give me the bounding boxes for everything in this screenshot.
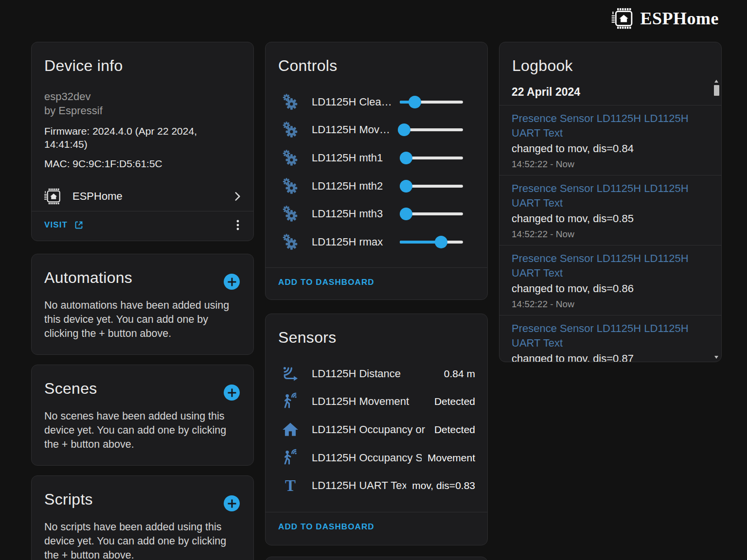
slider-thumb[interactable] xyxy=(398,123,410,136)
sensor-label: LD1125H Distance xyxy=(312,368,438,380)
sensors-card: Sensors LD1125H Distance 0.84 m xyxy=(265,314,488,545)
control-slider[interactable] xyxy=(400,151,463,165)
controls-card: Controls LD1125H Clea… xyxy=(265,42,488,300)
sensor-value: Movement xyxy=(427,452,475,464)
controls-rows: LD1125H Clea… LD1125H Mov… xyxy=(266,88,487,256)
logbook-entity-link[interactable]: Presence Sensor LD1125H LD1125H UART Tex… xyxy=(512,251,698,280)
logbook-entity-link[interactable]: Presence Sensor LD1125H LD1125H UART Tex… xyxy=(512,111,698,140)
add-to-dashboard-button[interactable]: ADD TO DASHBOARD xyxy=(278,522,475,532)
slider-thumb[interactable] xyxy=(400,208,412,220)
device-mac: MAC: 9C:9C:1F:D5:61:5C xyxy=(44,157,241,170)
scripts-empty-text: No scripts have been added using this de… xyxy=(44,520,241,560)
sensor-row[interactable]: T LD1125H UART Text mov, dis=0.83 xyxy=(266,472,487,500)
device-firmware: Firmware: 2024.4.0 (Apr 22 2024, 14:41:4… xyxy=(44,124,241,151)
sensor-label: LD1125H UART Text xyxy=(312,479,406,492)
controls-footer: ADD TO DASHBOARD xyxy=(266,268,487,294)
sensor-label: LD1125H Movement xyxy=(312,395,428,408)
control-row: LD1125H mth3 xyxy=(266,200,487,228)
sensor-row[interactable]: LD1125H Occupancy or … Detected xyxy=(266,416,487,444)
device-actions: VISIT xyxy=(32,211,253,239)
control-label: LD1125H Mov… xyxy=(312,123,400,136)
automations-title: Automations xyxy=(32,254,253,287)
chevron-right-icon xyxy=(231,190,244,203)
sensor-value: mov, dis=0.83 xyxy=(412,480,475,491)
cogs-icon xyxy=(280,149,301,167)
add-script-button[interactable] xyxy=(224,495,240,511)
logbook-message: changed to mov, dis=0.84 xyxy=(512,141,698,156)
control-slider[interactable] xyxy=(400,123,463,137)
cogs-icon xyxy=(280,205,301,223)
control-label: LD1125H mth3 xyxy=(312,208,400,220)
control-row: LD1125H Mov… xyxy=(266,116,487,144)
logbook-entity-link[interactable]: Presence Sensor LD1125H LD1125H UART Tex… xyxy=(512,321,698,350)
device-manufacturer: by Espressif xyxy=(44,104,241,118)
sensor-row[interactable]: LD1125H Movement Detected xyxy=(266,388,487,416)
add-to-dashboard-label: ADD TO DASHBOARD xyxy=(278,278,374,287)
device-info-title: Device info xyxy=(32,42,253,75)
sensors-title: Sensors xyxy=(266,314,487,347)
home-icon xyxy=(280,420,301,439)
logbook-entry: Presence Sensor LD1125H LD1125H UART Tex… xyxy=(499,175,721,245)
cogs-icon xyxy=(280,177,301,195)
next-card-partial xyxy=(265,557,488,560)
logbook-message: changed to mov, dis=0.85 xyxy=(512,211,698,226)
logbook-entry: Presence Sensor LD1125H LD1125H UART Tex… xyxy=(499,245,721,315)
sensor-row[interactable]: LD1125H Occupancy St… Movement xyxy=(266,444,487,472)
scripts-card: Scripts No scripts have been added using… xyxy=(31,475,254,560)
sensor-label: LD1125H Occupancy or … xyxy=(312,423,428,436)
control-label: LD1125H mth1 xyxy=(312,152,400,164)
automations-card: Automations No automations have been add… xyxy=(31,254,254,355)
slider-thumb[interactable] xyxy=(400,180,412,192)
logbook-message: changed to mov, dis=0.87 xyxy=(512,351,698,362)
control-slider[interactable] xyxy=(400,95,463,109)
scenes-card: Scenes No scenes have been added using t… xyxy=(31,365,254,466)
slider-thumb[interactable] xyxy=(400,152,412,164)
esphome-logo: ESPHome xyxy=(610,6,719,31)
control-row: LD1125H mth1 xyxy=(266,144,487,172)
control-label: LD1125H mth2 xyxy=(312,180,400,192)
device-info-card: Device info esp32dev by Espressif Firmwa… xyxy=(31,42,254,241)
add-automation-button[interactable] xyxy=(224,274,240,290)
logbook-entry: Presence Sensor LD1125H LD1125H UART Tex… xyxy=(499,315,721,362)
visit-label: VISIT xyxy=(44,220,68,230)
integration-label: ESPHome xyxy=(72,190,231,203)
logbook-time: 14:52:22 - Now xyxy=(512,228,698,241)
motion-sensor-icon xyxy=(280,392,301,411)
control-slider[interactable] xyxy=(400,179,463,193)
control-row: LD1125H mth2 xyxy=(266,172,487,200)
cogs-icon xyxy=(280,233,301,251)
sensors-footer: ADD TO DASHBOARD xyxy=(266,512,487,539)
add-to-dashboard-label: ADD TO DASHBOARD xyxy=(278,522,374,532)
scrollbar-down-arrow[interactable] xyxy=(714,356,718,359)
control-label: LD1125H Clea… xyxy=(312,96,400,108)
add-scene-button[interactable] xyxy=(224,385,240,401)
cogs-icon xyxy=(280,93,301,111)
logbook-entry: Presence Sensor LD1125H LD1125H UART Tex… xyxy=(499,105,721,175)
logo-text: ESPHome xyxy=(640,8,719,29)
control-slider[interactable] xyxy=(400,207,463,221)
esphome-chip-icon xyxy=(610,6,636,31)
slider-thumb[interactable] xyxy=(435,236,447,248)
scripts-title: Scripts xyxy=(32,476,253,508)
control-label: LD1125H rmax xyxy=(312,236,400,248)
more-vert-icon[interactable] xyxy=(232,219,244,231)
scrollbar-up-arrow[interactable] xyxy=(714,80,718,83)
controls-title: Controls xyxy=(266,42,487,75)
add-to-dashboard-button[interactable]: ADD TO DASHBOARD xyxy=(278,278,475,287)
logbook-time: 14:52:22 - Now xyxy=(512,298,698,311)
automations-empty-text: No automations have been added using thi… xyxy=(44,298,241,341)
open-in-new-icon xyxy=(73,220,84,230)
logbook-message: changed to mov, dis=0.86 xyxy=(512,281,698,296)
text-icon: T xyxy=(280,478,301,494)
logbook-time: 14:52:22 - Now xyxy=(512,158,698,171)
scenes-title: Scenes xyxy=(32,365,253,398)
sensor-label: LD1125H Occupancy St… xyxy=(312,452,422,464)
visit-button[interactable]: VISIT xyxy=(44,220,84,230)
sensor-row[interactable]: LD1125H Distance 0.84 m xyxy=(266,360,487,388)
scrollbar-thumb[interactable] xyxy=(714,85,719,96)
integration-row-esphome[interactable]: ESPHome xyxy=(32,182,253,211)
logbook-entity-link[interactable]: Presence Sensor LD1125H LD1125H UART Tex… xyxy=(512,181,698,210)
logbook-card: Logbook 22 April 2024 Presence Sensor LD… xyxy=(499,42,722,362)
control-slider[interactable] xyxy=(400,235,463,249)
slider-thumb[interactable] xyxy=(409,96,421,108)
